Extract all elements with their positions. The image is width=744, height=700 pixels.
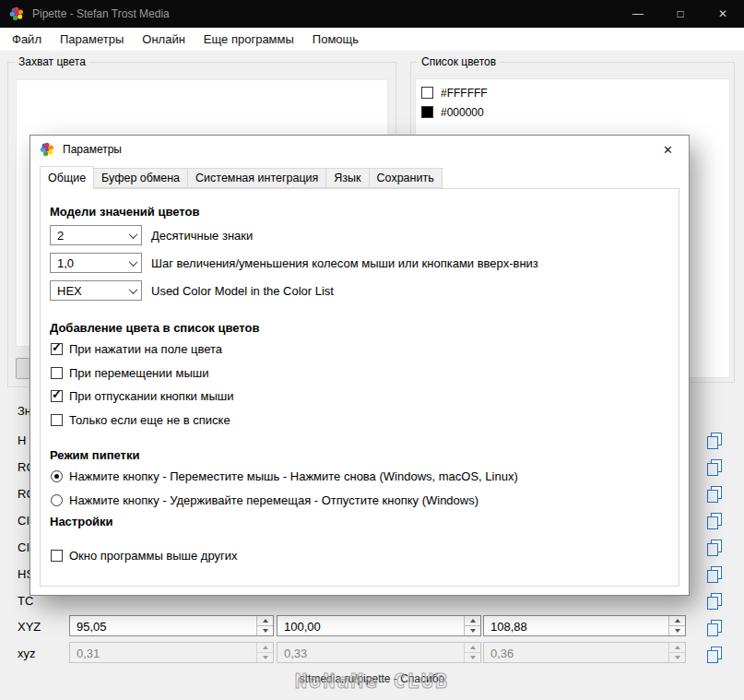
list-color-model-combo[interactable]: HEX xyxy=(50,280,142,301)
watermark: NoNaMe CLUB xyxy=(0,670,744,693)
xyz-small-z-field: 0,36 xyxy=(483,642,686,663)
xyz-small-x-field: 0,31 xyxy=(69,642,274,663)
chevron-down-icon xyxy=(124,254,141,272)
checkbox-only-if-new[interactable]: ✓ Только если еще не в списке xyxy=(51,413,230,427)
checkbox-icon[interactable]: ✓ xyxy=(51,343,63,355)
radio-click-move-click[interactable]: Нажмите кнопку - Переместите мышь - Нажм… xyxy=(51,469,518,483)
checkbox-label: При отпускании кнопки мыши xyxy=(69,389,233,403)
checkbox-icon[interactable]: ✓ xyxy=(51,414,63,426)
xyz-x-field[interactable]: 95,05 xyxy=(69,615,274,636)
menu-online[interactable]: Онлайн xyxy=(133,28,195,51)
field-value: 108,88 xyxy=(484,616,668,635)
copy-icon[interactable] xyxy=(705,431,724,451)
capture-group-label: Захват цвета xyxy=(15,55,89,68)
menu-options[interactable]: Параметры xyxy=(51,28,133,51)
radio-icon[interactable] xyxy=(51,494,63,506)
copy-icon[interactable] xyxy=(705,618,724,638)
spinner xyxy=(668,616,685,635)
xyz-z-field[interactable]: 108,88 xyxy=(483,615,686,636)
spinner xyxy=(464,643,480,662)
close-icon[interactable]: ✕ xyxy=(702,0,744,28)
spinner xyxy=(464,616,480,635)
tab-save[interactable]: Сохранить xyxy=(369,168,443,188)
xyz-small-y-field: 0,33 xyxy=(277,642,481,663)
checkbox-always-on-top[interactable]: ✓ Окно программы выше других xyxy=(51,549,238,563)
row-label-partial: CI xyxy=(18,540,30,554)
list-item[interactable]: #FFFFFF xyxy=(416,83,729,102)
decimal-places-combo[interactable]: 2 xyxy=(50,225,142,245)
copy-icon[interactable] xyxy=(705,645,724,665)
row-label-xyz-small: xyz xyxy=(18,647,36,660)
spin-up-icon xyxy=(257,643,273,653)
menu-help[interactable]: Помощь xyxy=(303,28,368,51)
spin-up-icon[interactable] xyxy=(669,616,685,626)
checkbox-on-move[interactable]: ✓ При перемещении мыши xyxy=(51,366,208,380)
checkbox-icon[interactable]: ✓ xyxy=(51,390,63,402)
field-value: 0,33 xyxy=(278,643,464,662)
spin-up-icon xyxy=(669,643,685,653)
tab-general[interactable]: Общие xyxy=(40,166,94,189)
checkbox-label: Только если еще не в списке xyxy=(69,413,230,427)
copy-icon[interactable] xyxy=(705,538,724,558)
menu-more-programs[interactable]: Еще программы xyxy=(195,28,303,51)
heading-settings: Настройки xyxy=(50,515,113,528)
checkbox-on-release[interactable]: ✓ При отпускании кнопки мыши xyxy=(51,389,233,403)
combo-value: 2 xyxy=(51,229,124,243)
row-label-xyz: XYZ xyxy=(18,620,41,634)
radio-dot xyxy=(54,474,59,479)
radio-label: Нажмите кнопку - Переместите мышь - Нажм… xyxy=(69,469,518,483)
step-combo[interactable]: 1,0 xyxy=(50,253,142,273)
copy-icon[interactable] xyxy=(705,484,724,504)
window-title: Pipette - Stefan Trost Media xyxy=(32,7,170,20)
spin-up-icon[interactable] xyxy=(257,616,273,626)
dialog-close-icon[interactable]: ✕ xyxy=(647,136,689,163)
options-dialog: Параметры ✕ Общие Буфер обмена Системная… xyxy=(30,135,690,596)
combo-value: HEX xyxy=(51,284,124,298)
maximize-icon[interactable]: □ xyxy=(659,0,702,28)
copy-icon[interactable] xyxy=(705,591,724,611)
tab-system-integration[interactable]: Системная интеграция xyxy=(187,168,326,188)
field-value: 95,05 xyxy=(70,616,256,635)
copy-icon[interactable] xyxy=(705,457,724,478)
spin-down-icon xyxy=(669,653,685,662)
radio-icon[interactable] xyxy=(51,470,63,482)
xyz-y-field[interactable]: 100,00 xyxy=(277,615,481,636)
spin-up-icon[interactable] xyxy=(465,616,480,626)
copy-icon[interactable] xyxy=(705,564,724,585)
combo-value: 1,0 xyxy=(51,256,124,270)
color-swatch xyxy=(421,87,433,99)
window-controls: — □ ✕ xyxy=(617,0,744,28)
color-swatch xyxy=(421,106,433,118)
copy-icon[interactable] xyxy=(705,511,724,531)
spin-down-icon[interactable] xyxy=(257,626,273,635)
decimal-places-label: Десятичные знаки xyxy=(151,229,253,243)
menu-file[interactable]: Файл xyxy=(3,28,51,51)
color-value: #000000 xyxy=(441,106,484,119)
titlebar: Pipette - Stefan Trost Media — □ ✕ xyxy=(0,0,744,28)
color-value: #FFFFFF xyxy=(441,87,488,100)
row-label-partial: TC xyxy=(18,594,33,608)
check-icon: ✓ xyxy=(52,387,62,401)
heading-pipette-mode: Режим пипетки xyxy=(50,448,139,462)
tab-clipboard[interactable]: Буфер обмена xyxy=(93,168,188,188)
radio-hold-drag-release[interactable]: Нажмите кнопку - Удерживайте перемещая -… xyxy=(51,493,478,507)
checkbox-icon[interactable]: ✓ xyxy=(51,550,63,562)
dialog-tabs: Общие Буфер обмена Системная интеграция … xyxy=(40,166,442,188)
checkbox-on-click[interactable]: ✓ При нажатии на поле цвета xyxy=(51,342,222,356)
list-item[interactable]: #000000 xyxy=(416,102,729,122)
minimize-icon[interactable]: — xyxy=(617,0,659,28)
dialog-title: Параметры xyxy=(63,143,122,156)
color-list-group-label: Список цветов xyxy=(418,55,500,68)
spin-down-icon[interactable] xyxy=(669,626,685,635)
checkbox-label: При перемещении мыши xyxy=(69,366,208,380)
spin-down-icon xyxy=(257,653,273,662)
app-icon xyxy=(40,142,54,157)
spin-down-icon xyxy=(465,653,480,662)
checkbox-icon[interactable]: ✓ xyxy=(51,367,63,379)
spin-up-icon xyxy=(465,643,480,653)
field-value: 0,31 xyxy=(70,643,256,662)
dialog-titlebar: Параметры ✕ xyxy=(30,136,689,163)
spin-down-icon[interactable] xyxy=(465,626,480,635)
row-label-partial: H xyxy=(18,433,26,447)
tab-language[interactable]: Язык xyxy=(325,168,369,188)
